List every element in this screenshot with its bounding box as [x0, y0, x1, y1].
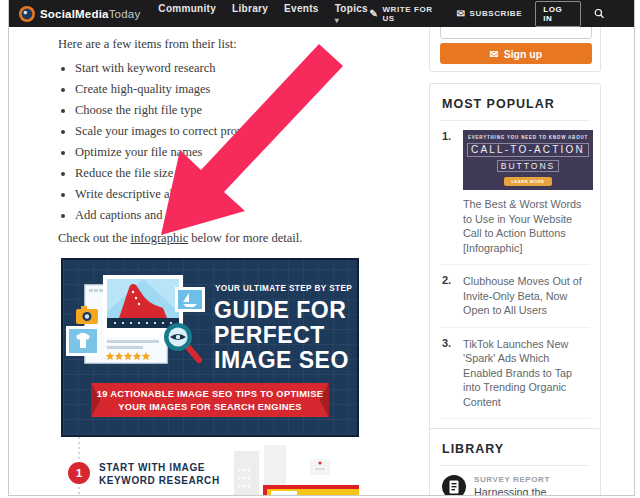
search-icon[interactable]	[594, 8, 604, 19]
library-card: LIBRARY SURVEY REPORT Harnessing the Gro…	[429, 428, 601, 496]
infographic-link[interactable]: infographic	[131, 231, 189, 245]
ribbon-line2: YOUR IMAGES FOR SEARCH ENGINES	[118, 402, 302, 412]
nav-menu: Community Library Events Topics ▾	[158, 3, 369, 25]
signup-button[interactable]: ✉Sign up	[440, 43, 592, 64]
nav-actions: ✎WRITE FOR US ✉SUBSCRIBE LOG IN	[369, 1, 604, 27]
infographic-header: YOUR ULTIMATE STEP BY STEP GUIDE FOR PER…	[61, 258, 359, 437]
logo-icon	[19, 6, 35, 22]
site-logo[interactable]: SocialMediaToday	[19, 6, 140, 22]
infographic-title-line3: IMAGE SEO	[214, 347, 349, 373]
article-list: Start with keyword research Create high-…	[58, 62, 410, 222]
popular-item-link[interactable]: TikTok Launches New 'Spark' Ads Which En…	[463, 337, 588, 410]
library-item-1[interactable]: SURVEY REPORT Harnessing the Growing Pow…	[440, 466, 590, 496]
article-outro: Check out the infographic below for more…	[58, 230, 410, 246]
article-body: Here are a few items from their list: St…	[58, 36, 410, 246]
popular-item-2: 2. Clubhouse Moves Out of Invite-Only Be…	[440, 264, 590, 327]
page: SocialMediaToday Community Library Event…	[8, 0, 635, 496]
item-rank: 3.	[442, 337, 458, 410]
article-list-item: Optimize your file names	[75, 146, 410, 159]
learn-more-button: LEARN MORE	[504, 177, 553, 186]
popular-item-link[interactable]: Clubhouse Moves Out of Invite-Only Beta,…	[463, 274, 588, 318]
infographic-title-line2: PERFECT	[214, 322, 325, 348]
article-intro: Here are a few items from their list:	[58, 36, 410, 52]
article-list-item: Scale your images to correct proportions	[75, 125, 410, 138]
library-item-title: Harnessing the Growing Power of Influenc…	[474, 486, 588, 496]
subscribe-link[interactable]: ✉SUBSCRIBE	[457, 8, 523, 19]
envelope-icon: ✉	[490, 48, 499, 60]
infographic-step1: 1 START WITH IMAGE KEYWORD RESEARCH	[61, 437, 359, 496]
infographic-title-line1: GUIDE FOR	[214, 297, 346, 323]
infographic-kicker: YOUR ULTIMATE STEP BY STEP	[215, 284, 352, 293]
step-title-line2: KEYWORD RESEARCH	[99, 475, 220, 486]
popular-item-link[interactable]: The Best & Worst Words to Use in Your We…	[463, 197, 593, 255]
item-rank: 2.	[442, 274, 458, 318]
nav-item-events[interactable]: Events	[284, 3, 319, 25]
library-title: LIBRARY	[440, 440, 590, 466]
nav-item-community[interactable]: Community	[158, 3, 216, 25]
top-navbar: SocialMediaToday Community Library Event…	[9, 0, 634, 27]
envelope-icon: ✉	[457, 8, 466, 19]
article-list-item: Start with keyword research	[75, 62, 410, 75]
popular-item-1: 1. EVERYTHING YOU NEED TO KNOW ABOUT CAL…	[440, 121, 590, 264]
article-list-item: Add captions and titles	[75, 209, 410, 222]
nav-item-topics[interactable]: Topics ▾	[335, 3, 370, 25]
document-icon	[442, 475, 466, 496]
article-list-item: Create high-quality images	[75, 83, 410, 96]
chevron-down-icon: ▾	[335, 16, 339, 25]
popular-item-5: 5. Instagram Tests New Option That Would…	[440, 495, 590, 496]
write-for-us-link[interactable]: ✎WRITE FOR US	[369, 5, 443, 23]
login-button[interactable]: LOG IN	[535, 1, 580, 27]
ribbon-line1: 19 ACTIONABLE IMAGE SEO TIPS TO OPTIMISE	[97, 389, 323, 399]
seo-infographic-image[interactable]: YOUR ULTIMATE STEP BY STEP GUIDE FOR PER…	[61, 258, 359, 496]
most-popular-title: MOST POPULAR	[440, 95, 590, 121]
step-number: 1	[76, 467, 82, 479]
item-rank: 1.	[442, 130, 458, 255]
article-list-item: Reduce the file size	[75, 167, 410, 180]
cta-buttons-thumbnail[interactable]: EVERYTHING YOU NEED TO KNOW ABOUT CALL-T…	[463, 130, 593, 190]
nav-item-library[interactable]: Library	[232, 3, 268, 25]
popular-item-3: 3. TikTok Launches New 'Spark' Ads Which…	[440, 327, 590, 419]
article-list-item: Choose the right file type	[75, 104, 410, 117]
step-title-line1: START WITH IMAGE	[99, 462, 205, 473]
pencil-icon: ✎	[369, 8, 378, 19]
browser-viewport: SocialMediaToday Community Library Event…	[0, 0, 640, 498]
site-name: SocialMediaToday	[40, 8, 140, 20]
infographic-art: YOUR ULTIMATE STEP BY STEP GUIDE FOR PER…	[63, 260, 357, 435]
article-list-item: Write descriptive alt text	[75, 188, 410, 201]
library-item-tag: SURVEY REPORT	[474, 475, 588, 484]
